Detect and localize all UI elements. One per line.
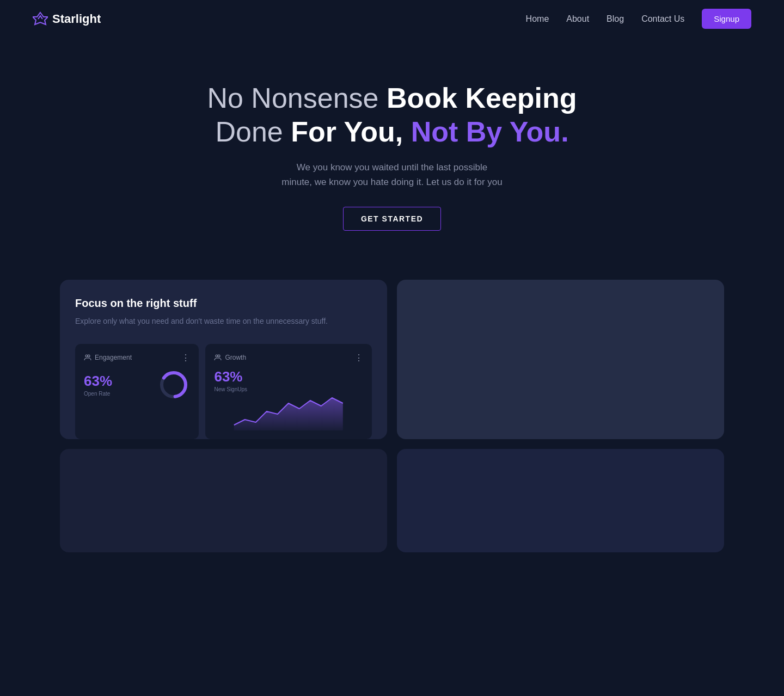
- growth-menu[interactable]: ⋮: [354, 353, 363, 363]
- svg-point-6: [218, 355, 220, 357]
- nav-blog[interactable]: Blog: [607, 14, 624, 24]
- growth-sublabel: New SignUps: [214, 386, 363, 392]
- growth-metric: 63%: [214, 368, 363, 385]
- signup-button[interactable]: Signup: [702, 9, 751, 29]
- bottom-left-card: [60, 449, 387, 552]
- donut-chart: [157, 368, 190, 401]
- bottom-right-card: [397, 449, 724, 552]
- growth-people-icon: [214, 354, 222, 361]
- nav-links: Home About Blog Contact Us Signup: [526, 9, 751, 29]
- logo-link[interactable]: Starlight: [33, 11, 101, 27]
- engagement-card-content: 63% Open Rate: [84, 368, 190, 401]
- features-section: Focus on the right stuff Explore only wh…: [0, 263, 784, 584]
- growth-info: 63% New SignUps: [214, 368, 363, 392]
- get-started-button[interactable]: GET STARTED: [343, 207, 441, 231]
- feature-card-desc: Explore only what you need and don't was…: [75, 315, 372, 327]
- svg-point-2: [88, 355, 90, 357]
- feature-card-title: Focus on the right stuff: [75, 297, 372, 310]
- engagement-sublabel: Open Rate: [84, 391, 157, 397]
- growth-card: Growth ⋮ 63% New SignUps: [205, 344, 372, 439]
- mini-cards-row: Engagement ⋮ 63% Open Rate: [75, 344, 372, 439]
- svg-point-1: [85, 355, 88, 357]
- nav-contact[interactable]: Contact Us: [641, 14, 684, 24]
- hero-line2: Done For You, Not By You.: [215, 116, 568, 147]
- area-chart: [214, 392, 363, 430]
- hero-section: No Nonsense Book Keeping Done For You, N…: [0, 38, 784, 263]
- engagement-label: Engagement: [84, 354, 132, 361]
- hero-heading: No Nonsense Book Keeping Done For You, N…: [11, 81, 773, 149]
- svg-point-5: [216, 355, 218, 357]
- growth-label: Growth: [214, 354, 246, 361]
- people-icon: [84, 354, 91, 361]
- nav-about[interactable]: About: [566, 14, 589, 24]
- nav-home[interactable]: Home: [526, 14, 549, 24]
- engagement-card: Engagement ⋮ 63% Open Rate: [75, 344, 199, 439]
- hero-subtitle: We you know you waited until the last po…: [11, 160, 773, 189]
- main-feature-card: Focus on the right stuff Explore only wh…: [60, 280, 387, 439]
- engagement-info: 63% Open Rate: [84, 373, 157, 397]
- engagement-menu[interactable]: ⋮: [181, 353, 190, 363]
- growth-card-header: Growth ⋮: [214, 353, 363, 363]
- logo-text: Starlight: [52, 12, 101, 26]
- engagement-card-header: Engagement ⋮: [84, 353, 190, 363]
- svg-marker-0: [33, 13, 48, 24]
- right-top-card: [397, 280, 724, 439]
- growth-chart-wrap: [214, 392, 363, 430]
- navbar: Starlight Home About Blog Contact Us Sig…: [0, 0, 784, 38]
- hero-line1: No Nonsense Book Keeping: [207, 82, 577, 114]
- engagement-metric: 63%: [84, 373, 157, 390]
- logo-icon: [33, 11, 48, 27]
